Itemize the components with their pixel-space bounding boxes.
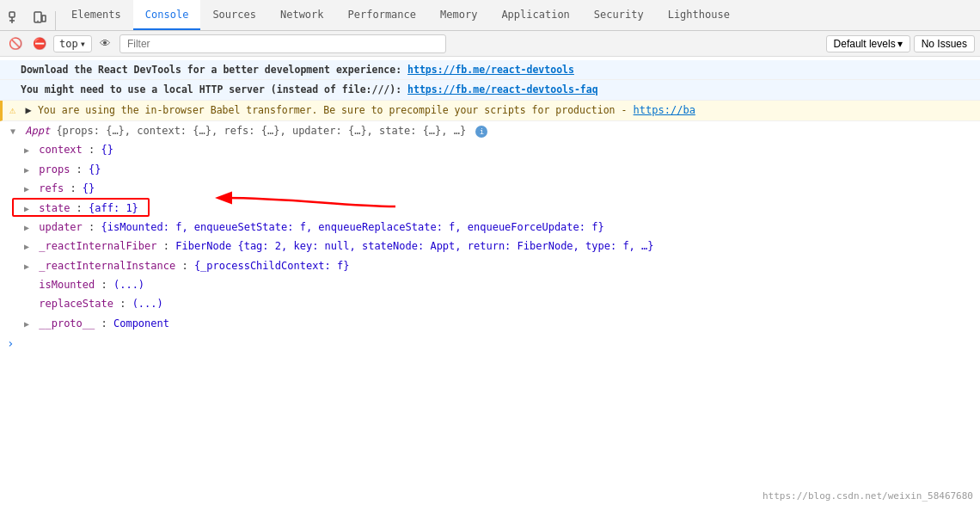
info-text-1: Download the React DevTools for a better… [21,64,401,76]
updater-row: ▶ updater : {isMounted: f, enqueueSetSta… [0,218,980,237]
tab-network[interactable]: Network [268,0,336,30]
tab-sources[interactable]: Sources [200,0,268,30]
replacestate-row: ▶ replaceState : (...) [0,294,980,313]
context-colon: : [89,144,101,156]
ismounted-colon: : [101,279,113,291]
eye-icon-btn[interactable]: 👁 [95,34,116,54]
command-prompt-row[interactable]: › [0,333,980,354]
updater-colon: : [89,221,101,233]
prompt-arrow-icon: › [7,336,14,350]
tab-console[interactable]: Console [133,0,201,30]
instance-value: {_processChildContext: f} [194,260,350,272]
console-content: Download the React DevTools for a better… [0,57,980,474]
fiber-value: FiberNode {tag: 2, key: null, stateNode:… [175,240,653,252]
tab-lighthouse[interactable]: Lighthouse [656,0,742,30]
separator [55,11,56,30]
filter-input[interactable] [119,34,446,53]
updater-toggle[interactable]: ▶ [21,220,33,235]
refs-value: {} [83,182,95,194]
refs-colon: : [70,182,82,194]
context-key: context [39,144,83,156]
tab-elements[interactable]: Elements [59,0,133,30]
top-label: top [59,38,78,50]
pause-btn[interactable]: ⛔ [29,34,50,54]
instance-row: ▶ _reactInternalInstance : {_processChil… [0,256,980,275]
state-colon: : [77,202,89,214]
updater-key: updater [39,221,83,233]
proto-value: Component [113,317,169,329]
info-link-2[interactable]: https://fb.me/react-devtools-faq [407,83,598,95]
tab-bar: Elements Console Sources Network Perform… [0,0,980,31]
watermark: https://blog.csdn.net/weixin_58467680 [763,490,973,502]
state-row: ▶ state : {aff: 1} [0,199,980,218]
svg-point-5 [37,21,39,22]
state-value: {aff: 1} [89,202,138,214]
warn-text: You are using the in-browser Babel trans… [38,104,627,116]
replacestate-toggle: ▶ [21,297,33,311]
devtools-container: Elements Console Sources Network Perform… [0,0,980,505]
info-link-1[interactable]: https://fb.me/react-devtools [407,64,574,76]
proto-toggle[interactable]: ▶ [21,317,33,331]
warn-link[interactable]: https://ba [634,104,695,116]
fiber-toggle[interactable]: ▶ [21,239,33,254]
props-value: {} [89,163,101,176]
proto-row: ▶ __proto__ : Component [0,314,980,333]
props-row: ▶ props : {} [0,160,980,179]
instance-colon: : [181,260,193,272]
fiber-row: ▶ _reactInternalFiber : FiberNode {tag: … [0,237,980,256]
tab-application[interactable]: Application [489,0,581,30]
warn-message: ⚠ ▶ You are using the in-browser Babel t… [0,101,980,121]
proto-colon: : [101,317,113,329]
fiber-colon: : [163,240,175,252]
fiber-key: _reactInternalFiber [39,240,156,252]
tab-memory[interactable]: Memory [428,0,489,30]
context-row: ▶ context : {} [0,140,980,159]
svg-rect-0 [9,12,15,17]
inspect-icon-btn[interactable] [3,6,28,30]
replacestate-value: (...) [132,298,163,310]
default-levels-btn[interactable]: Default levels ▾ [826,35,910,52]
refs-toggle[interactable]: ▶ [21,182,33,196]
info-message-1: Download the React DevTools for a better… [0,60,980,80]
context-value: {} [101,144,113,156]
state-key: state [39,202,70,214]
refs-row: ▶ refs : {} [0,179,980,198]
console-toolbar: 🚫 ⛔ top ▾ 👁 Default levels ▾ No Issues [0,31,980,57]
state-toggle[interactable]: ▶ [21,201,33,216]
obj-desc: {props: {…}, context: {…}, refs: {…}, up… [56,125,466,137]
tab-performance[interactable]: Performance [336,0,428,30]
props-toggle[interactable]: ▶ [21,163,33,177]
context-toggle[interactable]: ▶ [21,143,33,157]
warning-icon: ⚠ [9,104,15,116]
obj-root-row: ▼ Appt {props: {…}, context: {…}, refs: … [0,121,980,140]
default-levels-label: Default levels [834,38,896,50]
obj-toggle[interactable]: ▼ [7,124,19,139]
instance-toggle[interactable]: ▶ [21,259,33,274]
no-issues-btn[interactable]: No Issues [914,35,975,52]
info-message-2: You might need to use a local HTTP serve… [0,80,980,100]
svg-rect-4 [42,15,46,22]
clear-console-btn[interactable]: 🚫 [5,34,26,54]
obj-class: Appt [25,125,50,137]
default-levels-arrow: ▾ [897,38,903,50]
ismounted-key: isMounted [39,279,95,291]
replacestate-colon: : [119,298,132,310]
info-text-2: You might need to use a local HTTP serve… [21,83,401,95]
obj-info-badge[interactable]: i [475,126,487,138]
replacestate-key: replaceState [39,298,113,310]
ismounted-toggle: ▶ [21,278,33,293]
top-dropdown-icon: ▾ [80,38,86,50]
no-issues-label: No Issues [922,38,967,50]
warn-toggle[interactable]: ▶ [25,104,31,116]
refs-key: refs [39,182,64,194]
tab-security[interactable]: Security [582,0,656,30]
top-selector[interactable]: top ▾ [53,35,92,52]
instance-key: _reactInternalInstance [39,260,175,272]
props-colon: : [77,163,89,176]
device-icon-btn[interactable] [28,6,52,30]
proto-key: __proto__ [39,317,95,329]
updater-value: {isMounted: f, enqueueSetState: f, enque… [101,221,604,233]
ismounted-row: ▶ isMounted : (...) [0,275,980,294]
ismounted-value: (...) [113,279,144,291]
props-key: props [39,163,70,176]
